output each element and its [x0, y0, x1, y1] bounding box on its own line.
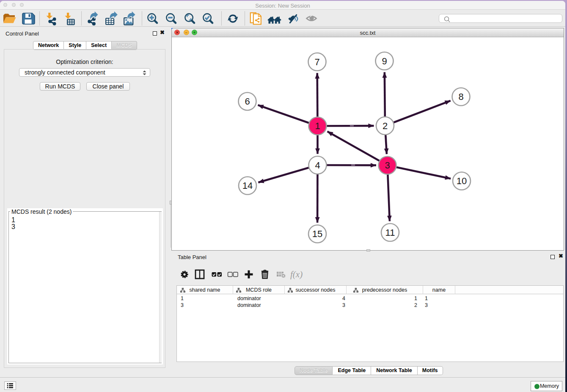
- svg-text:3: 3: [385, 160, 390, 171]
- svg-text:7: 7: [314, 57, 319, 67]
- svg-text:9: 9: [382, 56, 387, 66]
- svg-text:8: 8: [458, 91, 463, 102]
- svg-text:1: 1: [315, 121, 320, 131]
- svg-text:14: 14: [242, 180, 253, 191]
- svg-text:10: 10: [457, 176, 467, 186]
- svg-text:2: 2: [383, 121, 388, 131]
- svg-text:15: 15: [312, 229, 322, 239]
- svg-text:11: 11: [385, 227, 395, 238]
- svg-text:f(x): f(x): [290, 269, 303, 279]
- svg-text:4: 4: [315, 160, 320, 171]
- svg-text:6: 6: [245, 96, 250, 107]
